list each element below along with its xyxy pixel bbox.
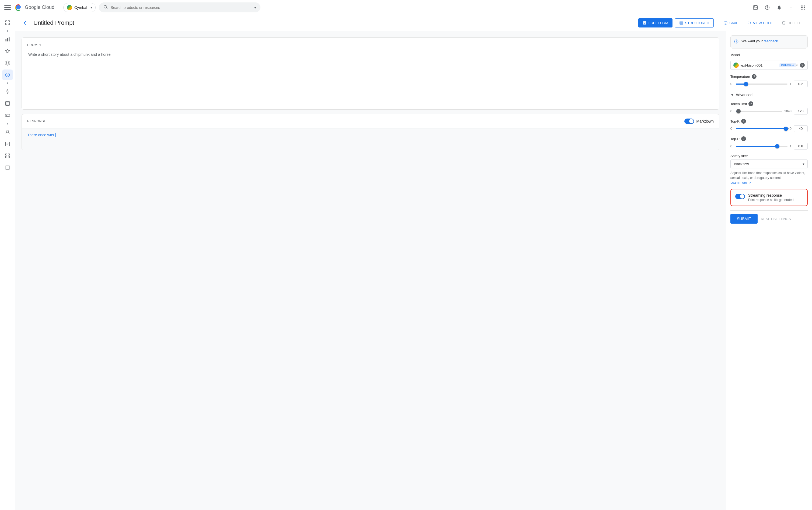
topp-help-icon[interactable]: ?	[741, 136, 746, 141]
svg-rect-22	[7, 38, 8, 41]
search-dropdown-icon[interactable]: ▾	[254, 5, 256, 10]
image-icon-btn[interactable]	[751, 3, 760, 12]
advanced-toggle[interactable]: ▼ Advanced	[730, 92, 808, 98]
search-icon	[103, 5, 108, 10]
help-icon-btn[interactable]	[762, 3, 772, 12]
hamburger-menu[interactable]	[4, 4, 11, 11]
topp-max: 1	[790, 144, 791, 148]
topp-track	[736, 146, 787, 147]
submit-button[interactable]: SUBMIT	[730, 214, 758, 224]
topk-value-input[interactable]	[794, 125, 808, 132]
model-dropdown[interactable]: text-bison-001 PREVIEW ▾ ?	[730, 61, 808, 70]
topk-section: Top-K ? 0 40	[730, 119, 808, 132]
topp-slider[interactable]	[736, 144, 787, 149]
topk-help-icon[interactable]: ?	[741, 119, 746, 124]
search-input[interactable]	[111, 5, 252, 10]
temperature-min: 0	[730, 82, 734, 86]
sidebar-item-table[interactable]	[2, 98, 13, 109]
sidebar-item-nav[interactable]	[2, 17, 13, 28]
svg-rect-18	[8, 21, 9, 22]
token-label-row: Token limit ?	[730, 101, 808, 106]
svg-rect-25	[5, 102, 9, 106]
token-help-icon[interactable]: ?	[749, 101, 753, 106]
sidebar-item-star[interactable]	[2, 46, 13, 57]
learn-more-link[interactable]: Learn more	[730, 181, 747, 185]
safety-filter-select[interactable]: Block few Block some Block most	[730, 160, 808, 168]
temperature-thumb[interactable]	[744, 82, 748, 86]
back-button[interactable]	[22, 19, 30, 27]
topk-slider[interactable]	[736, 126, 786, 132]
markdown-label: Markdown	[696, 119, 714, 123]
apps-grid-icon-btn[interactable]	[798, 3, 808, 12]
svg-rect-9	[802, 5, 803, 6]
google-cloud-logo[interactable]: Google Cloud	[14, 3, 54, 12]
view-code-button[interactable]: VIEW CODE	[743, 19, 777, 27]
model-name: text-bison-001	[741, 63, 778, 67]
prompt-area: Prompt Write a short story about a chipm…	[15, 31, 726, 510]
save-button[interactable]: SAVE	[719, 19, 743, 27]
sidebar-item-grid[interactable]	[2, 150, 13, 161]
token-thumb[interactable]	[736, 109, 741, 113]
token-slider[interactable]	[736, 109, 782, 114]
model-section-label: Model	[730, 53, 740, 57]
sidebar-item-bottom[interactable]	[2, 162, 13, 173]
project-selector[interactable]: Cymbal ▾	[63, 3, 95, 12]
prompt-input[interactable]: Write a short story about a chipmunk and…	[27, 50, 714, 104]
sidebar-item-api-active[interactable]	[2, 69, 13, 80]
sidebar-item-user[interactable]	[2, 126, 13, 137]
reset-settings-button[interactable]: RESET SETTINGS	[761, 214, 791, 224]
sidebar-item-analytics[interactable]	[2, 34, 13, 45]
token-slider-row: 0 2048	[730, 108, 808, 114]
response-card: Response Markdown There once was |	[22, 114, 719, 150]
streaming-subtitle: Print response as it's generated	[748, 198, 803, 202]
nav-divider	[59, 4, 59, 11]
model-dropdown-arrow: ▾	[796, 63, 798, 67]
svg-point-29	[6, 115, 7, 116]
sidebar-item-layers[interactable]	[2, 58, 13, 68]
delete-button[interactable]: DELETE	[777, 19, 806, 27]
svg-rect-23	[9, 37, 9, 41]
search-bar[interactable]: ▾	[99, 2, 260, 12]
model-help-icon[interactable]: ?	[800, 63, 805, 67]
sidebar-item-tag[interactable]	[2, 110, 13, 121]
svg-rect-21	[5, 39, 6, 41]
temperature-value-input[interactable]	[794, 81, 808, 87]
topp-label: Top-P	[730, 137, 740, 141]
more-vert-icon-btn[interactable]	[786, 3, 796, 12]
sidebar-item-person[interactable]	[2, 139, 13, 149]
temperature-max: 1	[790, 82, 791, 86]
structured-button[interactable]: STRUCTURED	[675, 18, 714, 27]
svg-rect-34	[5, 156, 7, 158]
streaming-toggle-switch[interactable]	[735, 194, 745, 199]
token-value-input[interactable]	[794, 108, 808, 114]
markdown-toggle-row: Markdown	[684, 118, 714, 124]
model-label-row: Model	[730, 53, 808, 59]
safety-description: Adjusts likelihood that responses could …	[730, 171, 808, 180]
safety-filter-section: Safety filter Block few Block some Block…	[730, 154, 808, 185]
freeform-button[interactable]: FREEFORM	[638, 18, 672, 27]
app-layout: Untitled Prompt FREEFORM STRUCTURED SAVE	[0, 15, 812, 510]
learn-more-external-icon: ↗	[749, 181, 751, 184]
feedback-text: We want your feedback.	[742, 39, 779, 44]
response-card-header: Response Markdown	[22, 114, 719, 129]
svg-rect-17	[5, 21, 7, 22]
temperature-slider[interactable]	[736, 81, 787, 87]
notification-icon-btn[interactable]	[774, 3, 784, 12]
svg-rect-13	[804, 7, 805, 8]
feedback-banner: We want your feedback.	[730, 35, 808, 49]
sidebar-item-bolt[interactable]	[2, 86, 13, 97]
temperature-slider-row: 0 1	[730, 81, 808, 87]
topp-value-input[interactable]	[794, 143, 808, 149]
svg-rect-11	[801, 7, 802, 8]
temperature-help-icon[interactable]: ?	[752, 74, 756, 79]
bottom-buttons: SUBMIT RESET SETTINGS	[730, 210, 808, 224]
markdown-toggle-switch[interactable]	[684, 118, 694, 124]
feedback-link[interactable]: feedback.	[764, 39, 779, 43]
token-max: 2048	[784, 109, 791, 113]
topk-thumb[interactable]	[784, 126, 788, 131]
safety-filter-select-wrapper[interactable]: Block few Block some Block most	[730, 160, 808, 168]
topp-thumb[interactable]	[775, 144, 779, 148]
temperature-label: Temperature	[730, 75, 750, 79]
project-icon	[67, 5, 72, 10]
streaming-title: Streaming response	[748, 193, 803, 197]
